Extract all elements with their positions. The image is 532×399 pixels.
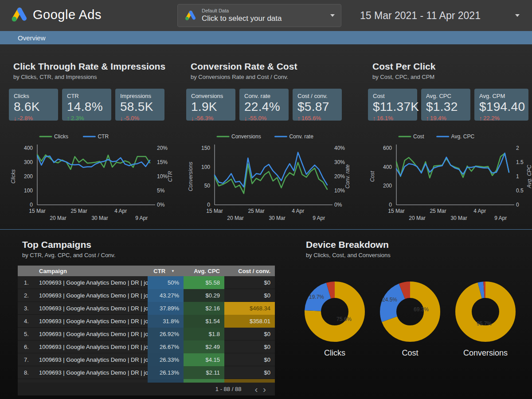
- scorecard-avg-cpc[interactable]: Avg. CPC $1.32 ↑19.4%: [421, 89, 470, 121]
- svg-text:30 Mar: 30 Mar: [450, 215, 467, 221]
- table-row[interactable]: 6.1009693 | Google Analytics Demo | DR |…: [18, 340, 275, 353]
- svg-text:10%: 10%: [157, 173, 168, 180]
- donut-cost[interactable]: 69.3%24.5%: [380, 282, 440, 342]
- campaign-name: 1009693 | Google Analytics Demo | DR | j…: [39, 331, 148, 337]
- header-campaign[interactable]: Campaign: [39, 268, 148, 274]
- ctr-cell: 43.27%: [148, 289, 184, 302]
- chevron-right-icon[interactable]: ›: [261, 384, 268, 394]
- section-title: Cost Per Click: [372, 61, 531, 72]
- svg-text:1: 1: [516, 173, 519, 180]
- donut-clicks[interactable]: 75.6%19.7%: [305, 282, 365, 342]
- header-avg-cpc[interactable]: Avg. CPC: [184, 268, 224, 274]
- date-range-picker[interactable]: 15 Mar 2021 - 11 Apr 2021: [360, 0, 520, 31]
- scorecard-avg-cpm[interactable]: Avg. CPM $194.40 ↑22.2%: [474, 89, 528, 121]
- svg-text:15 Mar: 15 Mar: [388, 208, 404, 214]
- avg-cpc-cell: $0.29: [184, 289, 224, 302]
- donut-caption: Cost: [380, 348, 440, 358]
- svg-text:0.5: 0.5: [516, 188, 524, 194]
- card-value: 8.6K: [14, 100, 53, 114]
- table-row[interactable]: 7.1009693 | Google Analytics Demo | DR |…: [18, 353, 275, 366]
- card-label: Cost / conv.: [297, 93, 337, 99]
- cost-cpc-line-chart[interactable]: 020040060000.511.52CostAvg. CPC15 Mar20 …: [368, 129, 532, 222]
- scorecard-conversions[interactable]: Conversions 1.9K ↓-56.3%: [186, 89, 235, 121]
- header-ctr[interactable]: CTR▼: [148, 268, 184, 274]
- page-nav-bar: Overview: [0, 31, 532, 44]
- arrow-up-icon: ↑: [297, 114, 300, 121]
- chevron-left-icon[interactable]: ‹: [253, 384, 259, 394]
- table-row[interactable]: 2.1009693 | Google Analytics Demo | DR |…: [18, 289, 275, 302]
- data-source-label: Default Data: [202, 8, 324, 14]
- card-delta: ↑22.2%: [479, 115, 524, 121]
- avg-cpc-cell: $1.54: [184, 315, 224, 328]
- svg-text:0%: 0%: [334, 202, 342, 208]
- legend-label: CTR: [98, 133, 109, 140]
- row-index: 7.: [18, 356, 39, 363]
- donut-unit-clicks: 75.6%19.7% Clicks: [305, 282, 365, 358]
- table-title: Top Campaigns: [22, 239, 275, 250]
- svg-text:Cost: Cost: [369, 171, 376, 182]
- table-row[interactable]: 8.1009693 | Google Analytics Demo | DR |…: [18, 366, 275, 379]
- card-delta: ↑165.6%: [297, 115, 337, 121]
- table-row[interactable]: 1.1009693 | Google Analytics Demo | DR |…: [18, 276, 275, 289]
- clicks-ctr-line-chart[interactable]: 01002003004000%5%10%15%20%ClicksCTR15 Ma…: [9, 129, 177, 222]
- avg-cpc-cell: $1.8: [184, 328, 224, 340]
- scorecard-ctr[interactable]: CTR 14.8% ↑2.3%: [62, 89, 111, 121]
- section-divider: [0, 229, 532, 230]
- svg-text:Conversions: Conversions: [188, 162, 194, 192]
- row-index: 2.: [18, 292, 39, 299]
- scorecard-cost[interactable]: Cost $11.37K ↑16.1%: [368, 89, 417, 121]
- svg-text:20%: 20%: [157, 145, 168, 151]
- svg-text:1.5: 1.5: [516, 159, 524, 165]
- avg-cpc-cell: $2.11: [184, 366, 224, 379]
- arrow-down-icon: ↓: [244, 114, 247, 121]
- table-row[interactable]: 3.1009693 | Google Analytics Demo | DR |…: [18, 302, 275, 315]
- legend-label: Clicks: [54, 133, 68, 140]
- section-title: Conversion Rate & Cost: [191, 61, 360, 72]
- svg-text:9 Apr: 9 Apr: [313, 215, 325, 221]
- caret-down-icon: [515, 14, 520, 17]
- scorecard-clicks[interactable]: Clicks 8.6K ↓-2.8%: [9, 89, 58, 121]
- conversions-rate-line-chart[interactable]: 0501001500%10%20%30%40%ConversionsConv. …: [186, 129, 355, 222]
- caret-down-icon: [330, 14, 335, 17]
- svg-text:30 Mar: 30 Mar: [269, 215, 285, 221]
- card-value: $194.40: [479, 100, 524, 114]
- svg-text:100: 100: [24, 188, 33, 194]
- donut-caption: Clicks: [305, 348, 365, 358]
- data-source-selector[interactable]: Default Data Click to select your data: [177, 4, 341, 27]
- card-delta: ↓-5.0%: [120, 115, 160, 121]
- svg-text:100: 100: [201, 164, 210, 170]
- header-cost-conv[interactable]: Cost / conv.: [224, 268, 275, 274]
- arrow-up-icon: ↑: [426, 114, 429, 121]
- svg-text:9 Apr: 9 Apr: [494, 215, 507, 221]
- section-subtitle: by Clicks, CTR, and Impressions: [13, 74, 183, 80]
- table-row[interactable]: 4.1009693 | Google Analytics Demo | DR |…: [18, 315, 275, 328]
- cost-conv-cell: [224, 379, 275, 383]
- tab-overview[interactable]: Overview: [18, 34, 46, 42]
- card-label: Conv. rate: [244, 93, 284, 99]
- scorecard-impressions[interactable]: Impressions 58.5K ↓-5.0%: [115, 89, 164, 121]
- row-index: 4.: [18, 318, 39, 325]
- card-value: 14.8%: [67, 100, 106, 114]
- cost-conv-cell: $0: [224, 328, 275, 340]
- svg-text:40%: 40%: [334, 145, 345, 151]
- cost-conv-cell: $0: [224, 366, 275, 379]
- scorecard-conv-rate[interactable]: Conv. rate 22.4% ↓-55.0%: [239, 89, 289, 121]
- donut-chart: [380, 282, 440, 342]
- svg-text:25 Mar: 25 Mar: [248, 208, 264, 214]
- card-value: 58.5K: [120, 100, 160, 114]
- donut-conversions[interactable]: 95.7%: [455, 282, 516, 342]
- device-breakdown-section: Device Breakdown by Clicks, Cost, and Co…: [301, 237, 523, 358]
- slice-percent-label: 24.5%: [382, 297, 397, 303]
- card-delta: ↓-56.3%: [191, 115, 231, 121]
- donut-unit-conversions: 95.7% Conversions: [455, 282, 516, 358]
- cost-conv-cell: $0: [224, 340, 275, 353]
- campaign-name: 1009693 | Google Analytics Demo | DR | j…: [39, 292, 148, 299]
- top-bar: Google Ads Default Data Click to select …: [0, 0, 532, 31]
- slice-percent-label: 19.7%: [309, 294, 324, 300]
- svg-text:20%: 20%: [334, 173, 345, 180]
- card-value: 22.4%: [244, 100, 284, 114]
- table-row-clipped[interactable]: [18, 379, 275, 383]
- svg-text:400: 400: [383, 164, 392, 170]
- table-row[interactable]: 5.1009693 | Google Analytics Demo | DR |…: [18, 328, 275, 340]
- scorecard-cost-per-conv[interactable]: Cost / conv. $5.87 ↑165.6%: [293, 89, 342, 121]
